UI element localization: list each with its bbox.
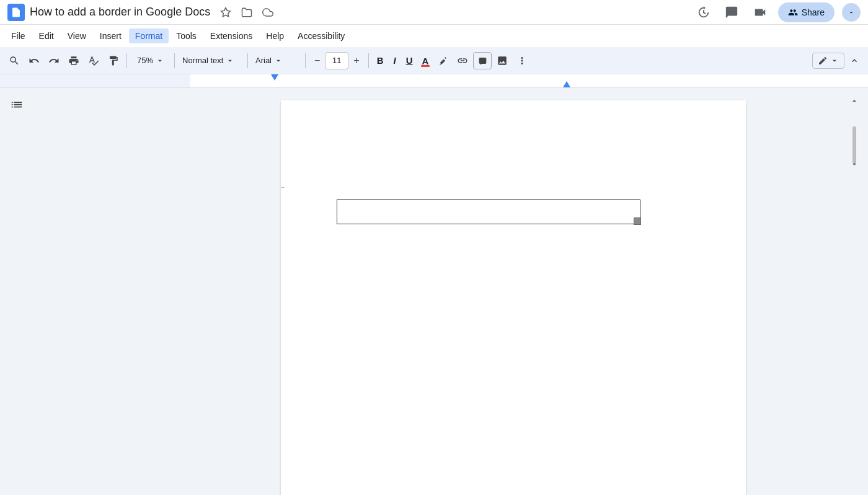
bold-label: B	[377, 55, 384, 66]
menu-tools[interactable]: Tools	[170, 28, 203, 43]
text-color-icon: A	[422, 56, 429, 66]
more-options-button[interactable]	[513, 52, 531, 69]
toolbar-separator-1	[126, 53, 127, 68]
toolbar-separator-3	[247, 53, 248, 68]
spellcheck-button[interactable]	[84, 52, 103, 69]
table-element[interactable]	[337, 199, 640, 224]
zoom-select[interactable]: 75%	[131, 53, 170, 68]
menu-help[interactable]: Help	[260, 28, 290, 43]
ruler	[0, 74, 868, 88]
ruler-tab-left	[271, 74, 278, 81]
document-page[interactable]	[281, 100, 746, 495]
toolbar-separator-4	[305, 53, 306, 68]
search-button[interactable]	[5, 52, 24, 69]
underline-label: U	[406, 55, 413, 66]
menu-bar: File Edit View Insert Format Tools Exten…	[0, 25, 868, 47]
meet-button[interactable]	[750, 2, 771, 23]
font-size-decrease-button[interactable]: −	[309, 53, 325, 69]
collapse-toolbar-button[interactable]	[846, 53, 863, 69]
link-button[interactable]	[453, 52, 472, 69]
scrollbar-thumb[interactable]	[852, 126, 856, 164]
menu-extensions[interactable]: Extensions	[204, 28, 259, 43]
font-size-value[interactable]: 11	[325, 52, 348, 69]
cloud-button[interactable]	[260, 4, 276, 20]
left-page-margin	[7, 122, 12, 488]
paint-format-button[interactable]	[104, 52, 123, 69]
print-button[interactable]	[64, 52, 83, 69]
menu-accessibility[interactable]: Accessibility	[291, 28, 351, 43]
font-size-container: − 11 +	[309, 52, 365, 69]
share-label: Share	[802, 7, 825, 17]
right-sidebar	[841, 88, 868, 495]
doc-title: How to add a border in Google Docs	[30, 6, 210, 19]
star-button[interactable]	[218, 4, 234, 20]
italic-button[interactable]: I	[389, 52, 401, 69]
toolbar-right	[812, 53, 863, 69]
ruler-left-margin	[0, 74, 190, 87]
font-style-select[interactable]: Normal text	[179, 53, 244, 68]
share-dropdown-button[interactable]	[842, 3, 861, 22]
menu-edit[interactable]: Edit	[33, 28, 60, 43]
title-icons	[218, 4, 276, 20]
insert-image-button[interactable]	[493, 52, 512, 69]
menu-insert[interactable]: Insert	[94, 28, 128, 43]
italic-label: I	[394, 55, 396, 66]
sidebar-scroll-up[interactable]	[846, 93, 863, 109]
ruler-tab-right	[563, 81, 570, 87]
bold-button[interactable]: B	[373, 52, 388, 69]
svg-marker-0	[221, 7, 231, 16]
history-button[interactable]	[693, 2, 714, 23]
zoom-value: 75%	[137, 56, 153, 65]
toolbar-separator-2	[174, 53, 175, 68]
header-right: Share	[693, 2, 861, 23]
table-resize-handle[interactable]	[634, 217, 641, 225]
text-color-button[interactable]: A	[418, 53, 433, 69]
toolbar-separator-5	[368, 53, 369, 68]
font-size-increase-button[interactable]: +	[348, 53, 364, 69]
outline-icon[interactable]	[7, 95, 179, 117]
toolbar: 75% Normal text Arial − 11 + B I U A	[0, 47, 868, 74]
font-name-select[interactable]: Arial	[252, 53, 301, 68]
text-color-bar	[421, 65, 430, 67]
undo-button[interactable]	[25, 52, 43, 69]
highlight-button[interactable]	[433, 52, 452, 69]
menu-view[interactable]: View	[61, 28, 92, 43]
edit-mode-button[interactable]	[812, 53, 844, 69]
ruler-inner	[190, 74, 868, 87]
share-button[interactable]: Share	[778, 2, 835, 22]
document-area[interactable]	[186, 88, 841, 495]
underline-button[interactable]: U	[402, 52, 417, 69]
doc-icon	[7, 4, 25, 21]
title-bar: How to add a border in Google Docs Share	[0, 0, 868, 25]
left-sidebar	[0, 88, 186, 495]
redo-button[interactable]	[45, 52, 63, 69]
margin-marker-top	[281, 187, 285, 188]
font-style-value: Normal text	[182, 56, 223, 65]
comments-button[interactable]	[721, 2, 742, 23]
add-comment-button[interactable]	[473, 52, 492, 69]
menu-format[interactable]: Format	[129, 28, 169, 43]
font-name-value: Arial	[255, 56, 272, 65]
menu-file[interactable]: File	[5, 28, 32, 43]
folder-button[interactable]	[239, 4, 255, 20]
main-area	[0, 88, 868, 495]
